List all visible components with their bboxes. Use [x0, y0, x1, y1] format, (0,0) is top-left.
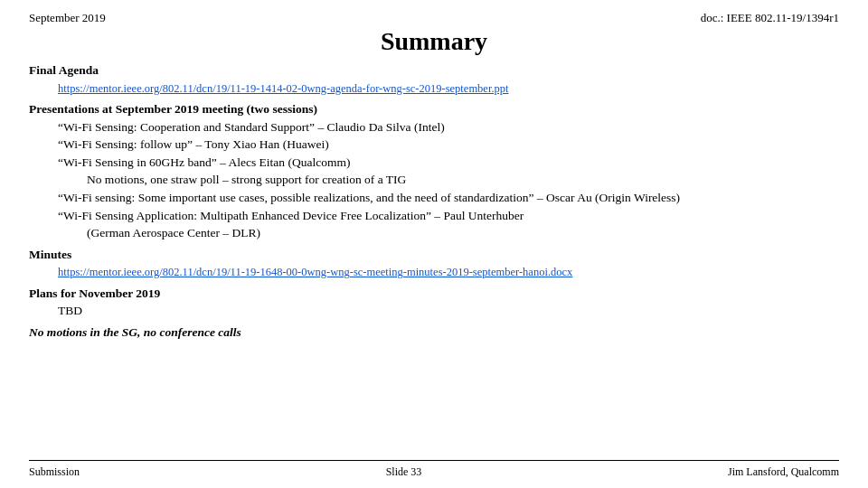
minutes-label: Minutes	[29, 246, 839, 264]
presentation-5-line1: “Wi-Fi Sensing Application: Multipath En…	[58, 207, 839, 225]
presentation-5-line2: (German Aerospace Center – DLR)	[87, 224, 839, 242]
presentations-label: Presentations at September 2019 meeting …	[29, 100, 839, 118]
footer-left: Submission	[29, 465, 80, 479]
page: September 2019 doc.: IEEE 802.11-19/1394…	[0, 0, 868, 488]
header-doc: doc.: IEEE 802.11-19/1394r1	[701, 11, 839, 25]
minutes-link[interactable]: https://mentor.ieee.org/802.11/dcn/19/11…	[58, 263, 839, 281]
footer-right: Jim Lansford, Qualcomm	[728, 465, 839, 479]
header: September 2019 doc.: IEEE 802.11-19/1394…	[29, 11, 839, 25]
plans-label: Plans for November 2019	[29, 285, 839, 303]
header-date: September 2019	[29, 11, 106, 25]
presentation-3: “Wi-Fi Sensing in 60GHz band” – Alecs Ei…	[58, 154, 839, 172]
final-agenda-link[interactable]: https://mentor.ieee.org/802.11/dcn/19/11…	[58, 80, 839, 98]
no-motions-straw: No motions, one straw poll – strong supp…	[87, 171, 839, 189]
plans-value: TBD	[58, 302, 839, 320]
final-agenda-label: Final Agenda	[29, 61, 839, 80]
page-title: Summary	[29, 27, 839, 56]
presentation-1: “Wi-Fi Sensing: Cooperation and Standard…	[58, 118, 839, 136]
no-motions-sg: No motions in the SG, no conference call…	[29, 324, 839, 342]
footer-center: Slide 33	[386, 465, 422, 479]
content-area: Final Agenda https://mentor.ieee.org/802…	[29, 61, 839, 460]
footer: Submission Slide 33 Jim Lansford, Qualco…	[29, 460, 839, 479]
presentation-2: “Wi-Fi Sensing: follow up” – Tony Xiao H…	[58, 136, 839, 154]
presentation-4: “Wi-Fi sensing: Some important use cases…	[58, 189, 839, 207]
